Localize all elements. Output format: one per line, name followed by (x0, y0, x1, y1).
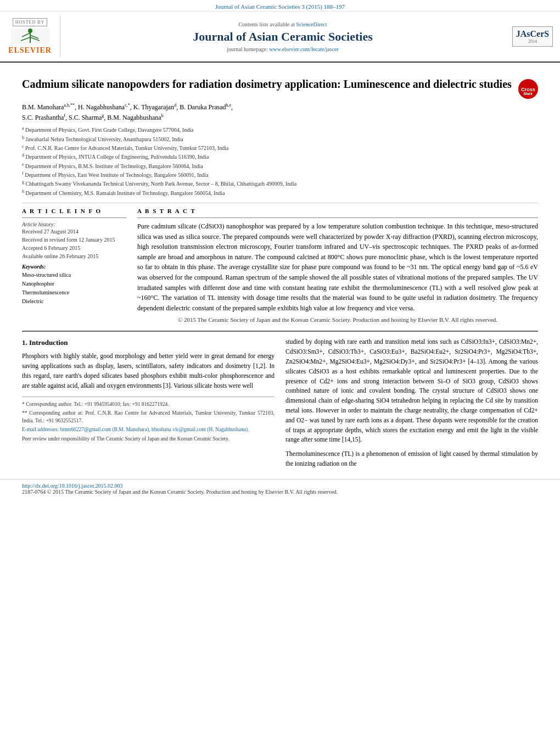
keywords-list: Meso-structured silicaNanophosphorThermo… (22, 271, 126, 306)
keywords-label: Keywords: (22, 264, 126, 270)
intro-para1: Phosphors with highly stable, good morph… (22, 352, 275, 390)
revised-date: Received in revised form 12 January 2015 (22, 237, 126, 243)
keyword-item: Dielectric (22, 297, 126, 306)
logo-letters: JAsCerS (516, 29, 549, 39)
main-section-divider (22, 331, 538, 332)
logo-box: JAsCerS 2014 (512, 26, 553, 47)
footnote-line: Peer review under responsibility of The … (22, 435, 275, 443)
received-date: Received 27 August 2014 (22, 228, 126, 235)
abstract-text: Pure cadmium silicate (CdSiO3) nanophosp… (137, 221, 538, 313)
right-col-para2: Thermoluminescence (TL) is a phenomenon … (285, 449, 538, 469)
footnote-line: ** Corresponding author at: Prof. C.N.R.… (22, 409, 275, 425)
hosted-by-badge: HOSTED BY (13, 18, 48, 26)
journal-reference: Journal of Asian Ceramic Societies 3 (20… (215, 3, 345, 10)
elsevier-tree-icon (11, 29, 49, 44)
elsevier-brand: ELSEVIER (8, 46, 52, 55)
footnote-line: E-mail addresses: bmm66227@gmail.com (B.… (22, 426, 275, 433)
accepted-date: Accepted 6 February 2015 (22, 245, 126, 251)
footnote-line: * Corresponding author. Tel.: +91 994595… (22, 400, 275, 408)
copyright-line: © 2015 The Ceramic Society of Japan and … (137, 316, 538, 323)
sciencedirect-link[interactable]: ScienceDirect (296, 21, 327, 27)
elsevier-logo-area: HOSTED BY ELSEVIER (0, 16, 60, 57)
svg-point-6 (28, 29, 32, 33)
affil-line: h Department of Chemistry, M.S. Ramaiah … (22, 188, 538, 197)
affil-line: g Chhattisgarh Swamy Vivekananda Technic… (22, 179, 538, 188)
affiliations-block: a Department of Physics, Govt. First Gra… (22, 125, 538, 197)
journal-center: Contents lists available at ScienceDirec… (60, 16, 505, 57)
article-info-heading: A R T I C L E I N F O (22, 208, 126, 214)
article-info-panel: A R T I C L E I N F O Article history: R… (22, 208, 126, 323)
right-col-text: studied by doping with rare earth and tr… (285, 337, 538, 445)
available-date: Available online 26 February 2015 (22, 253, 126, 259)
abstract-divider (137, 217, 538, 218)
intro-heading: 1. Introduction (22, 337, 275, 348)
affil-line: d Department of Physics, JNTUA College o… (22, 152, 538, 161)
journal-header: HOSTED BY ELSEVIER Contents lists availa… (0, 12, 560, 63)
journal-homepage-line: journal homepage: www.elsevier.com/locat… (227, 46, 339, 52)
top-bar: Journal of Asian Ceramic Societies 3 (20… (0, 0, 560, 12)
article-title-text: Cadmium silicate nanopowders for radiati… (22, 77, 518, 91)
affil-line: f Department of Physics, East West Insti… (22, 170, 538, 179)
left-body-col: 1. Introduction Phosphors with highly st… (22, 337, 275, 473)
sciencedirect-line: Contents lists available at ScienceDirec… (238, 21, 327, 27)
info-divider (22, 217, 126, 218)
issn-line: 2187-0764 © 2015 The Ceramic Society of … (22, 489, 538, 495)
article-title-row: Cadmium silicate nanopowders for radiati… (22, 77, 538, 99)
doi-line: http://dx.doi.org/10.1016/j.jascer.2015.… (22, 483, 538, 489)
title-main: Cadmium silicate nanopowders for radiati… (22, 78, 512, 90)
right-body-col: studied by doping with rare earth and tr… (285, 337, 538, 473)
contents-label: Contents lists available at (238, 21, 294, 27)
svg-text:Mark: Mark (524, 92, 533, 96)
history-label: Article history: (22, 221, 126, 227)
abstract-heading: A B S T R A C T (137, 208, 538, 214)
journal-title-main: Journal of Asian Ceramic Societies (193, 30, 373, 44)
bottom-bar: http://dx.doi.org/10.1016/j.jascer.2015.… (0, 479, 560, 498)
homepage-url[interactable]: www.elsevier.com/locate/jascer (269, 46, 339, 52)
abstract-panel: A B S T R A C T Pure cadmium silicate (C… (137, 208, 538, 323)
affil-line: a Department of Physics, Govt. First Gra… (22, 125, 538, 134)
crossmark-icon: Cross Mark (520, 81, 536, 97)
affil-line: c Prof. C.N.R. Rao Centre for Advanced M… (22, 143, 538, 152)
journal-logo-area: JAsCerS 2014 (505, 16, 560, 57)
logo-year: 2014 (516, 39, 549, 44)
keyword-item: Nanophosphor (22, 280, 126, 288)
homepage-label: journal homepage: (227, 46, 268, 52)
keyword-item: Thermoluminescence (22, 288, 126, 297)
crossmark-badge: Cross Mark (518, 79, 538, 99)
keyword-item: Meso-structured silica (22, 271, 126, 280)
affil-line: b Jawaharlal Nehru Technological Univers… (22, 135, 538, 143)
affil-line: e Department of Physics, B.M.S. Institut… (22, 161, 538, 170)
footnotes-area: * Corresponding author. Tel.: +91 994595… (22, 397, 275, 443)
authors-line: B.M. Manoharaa,b,**, H. Nagabhushanac,*,… (22, 102, 538, 123)
